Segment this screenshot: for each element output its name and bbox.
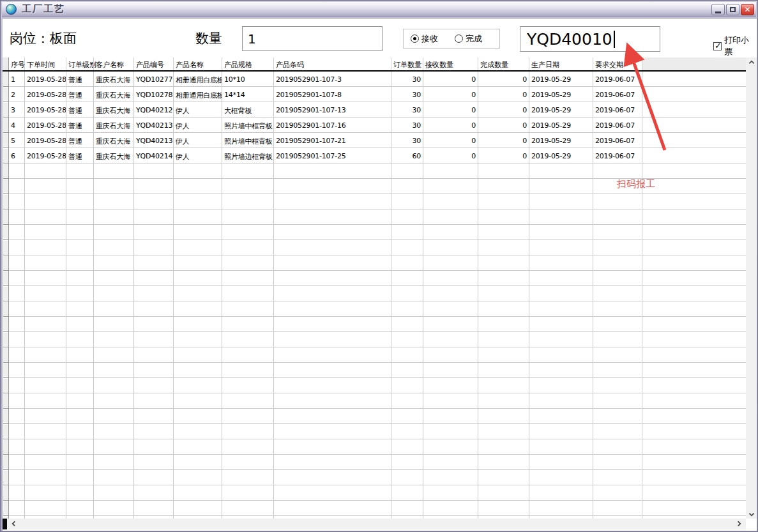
column-header-order_date[interactable]: 下单时间 xyxy=(25,57,66,70)
row-selector-cell[interactable] xyxy=(3,470,9,485)
cell-order_date xyxy=(25,301,66,317)
table-row-empty xyxy=(3,470,746,485)
app-globe-icon xyxy=(6,4,17,15)
row-selector-cell[interactable] xyxy=(3,363,9,378)
column-header-index[interactable]: 序号 xyxy=(9,57,25,70)
row-selector-cell[interactable] xyxy=(3,72,9,87)
column-header-due_date[interactable]: 要求交期 xyxy=(593,57,642,70)
row-selector-cell[interactable] xyxy=(3,347,9,363)
scroll-up-button[interactable] xyxy=(746,57,757,66)
cell-filler xyxy=(642,209,746,225)
cell-product_barcode xyxy=(274,347,391,363)
row-selector-cell[interactable] xyxy=(3,179,9,194)
column-header-product_code[interactable]: 产品编号 xyxy=(134,57,174,70)
scroll-left-button[interactable] xyxy=(8,519,19,528)
cell-order_qty xyxy=(391,225,423,240)
cell-received_qty xyxy=(423,317,478,332)
cell-product_barcode xyxy=(274,439,391,455)
cell-customer xyxy=(94,393,134,409)
maximize-button[interactable] xyxy=(726,4,739,15)
row-selector-cell[interactable] xyxy=(3,102,9,118)
cell-order_date: 2019-05-28 xyxy=(25,118,66,133)
row-selector-cell[interactable] xyxy=(3,240,9,255)
row-selector-cell[interactable] xyxy=(3,118,9,133)
cell-order_level: 普通 xyxy=(66,133,94,148)
row-selector-cell[interactable] xyxy=(3,87,9,102)
row-selector-cell[interactable] xyxy=(3,332,9,347)
table-row[interactable]: 42019-05-28普通重庆石大海YQD40213伊人照片墙中框背板20190… xyxy=(3,118,746,133)
cell-order_level xyxy=(66,393,94,409)
cell-product_code xyxy=(134,209,174,225)
close-button[interactable]: ✕ xyxy=(741,4,754,15)
column-header-production_date[interactable]: 生产日期 xyxy=(529,57,593,70)
cell-customer xyxy=(94,301,134,317)
column-header-order_qty[interactable]: 订单数量 xyxy=(391,57,423,70)
scroll-thumb[interactable] xyxy=(3,519,7,529)
cell-product_name xyxy=(174,209,222,225)
column-header-product_spec[interactable]: 产品规格 xyxy=(222,57,274,70)
cell-order_qty: 30 xyxy=(391,87,423,102)
table-row[interactable]: 12019-05-28普通重庆石大海YQD10277相册通用白底板10*1020… xyxy=(3,72,746,87)
row-selector-cell[interactable] xyxy=(3,378,9,393)
row-selector-cell[interactable] xyxy=(3,455,9,470)
quantity-input[interactable]: 1 xyxy=(242,26,383,51)
cell-completed_qty xyxy=(478,485,529,501)
radio-complete[interactable]: 完成 xyxy=(455,33,482,45)
row-selector-cell[interactable] xyxy=(3,393,9,409)
table-row[interactable]: 62019-05-28普通重庆石大海YQD40214伊人照片墙边框背板20190… xyxy=(3,148,746,163)
cell-product_barcode: 2019052901-107-3 xyxy=(274,72,391,87)
row-selector-cell[interactable] xyxy=(3,501,9,516)
row-selector-cell[interactable] xyxy=(3,255,9,271)
cell-filler xyxy=(642,271,746,286)
column-header-order_level[interactable]: 订单级别 xyxy=(66,57,94,70)
row-selector-cell[interactable] xyxy=(3,271,9,286)
column-header-product_barcode[interactable]: 产品条码 xyxy=(274,57,391,70)
row-selector-cell[interactable] xyxy=(3,424,9,439)
row-selector-cell[interactable] xyxy=(3,409,9,424)
cell-product_name xyxy=(174,194,222,209)
column-header-product_name[interactable]: 产品名称 xyxy=(174,57,222,70)
column-header-completed_qty[interactable]: 完成数量 xyxy=(478,57,529,70)
cell-production_date xyxy=(529,439,593,455)
cell-production_date xyxy=(529,301,593,317)
column-header-received_qty[interactable]: 接收数量 xyxy=(423,57,478,70)
horizontal-scrollbar[interactable] xyxy=(3,519,746,529)
row-selector-cell[interactable] xyxy=(3,286,9,301)
cell-order_qty xyxy=(391,301,423,317)
column-header-customer[interactable]: 客户名称 xyxy=(94,57,134,70)
grid-body[interactable]: 12019-05-28普通重庆石大海YQD10277相册通用白底板10*1020… xyxy=(3,72,746,519)
barcode-input[interactable]: YQD40010 xyxy=(520,26,660,52)
cell-product_code xyxy=(134,286,174,301)
vertical-scrollbar[interactable] xyxy=(746,57,757,519)
minimize-button[interactable] xyxy=(711,4,725,15)
row-selector-cell[interactable] xyxy=(3,209,9,225)
row-selector-cell[interactable] xyxy=(3,148,9,163)
cell-completed_qty xyxy=(478,255,529,271)
cell-order_date: 2019-05-28 xyxy=(25,148,66,163)
row-selector-cell[interactable] xyxy=(3,225,9,240)
cell-product_name: 伊人 xyxy=(174,102,222,118)
cell-order_qty xyxy=(391,378,423,393)
row-selector-cell[interactable] xyxy=(3,485,9,501)
table-row[interactable]: 22019-05-28普通重庆石大海YQD10278相册通用白底板14*1420… xyxy=(3,87,746,102)
radio-receive[interactable]: 接收 xyxy=(411,33,438,45)
title-bar[interactable]: 工厂工艺 ✕ xyxy=(2,2,756,17)
row-selector-cell[interactable] xyxy=(3,301,9,317)
cell-due_date xyxy=(593,225,642,240)
row-selector-cell[interactable] xyxy=(3,133,9,148)
row-selector-cell[interactable] xyxy=(3,317,9,332)
cell-order_date xyxy=(25,424,66,439)
table-row[interactable]: 32019-05-28普通重庆石大海YQD40212伊人大框背板20190529… xyxy=(3,102,746,118)
row-selector-cell[interactable] xyxy=(3,163,9,179)
table-row[interactable]: 52019-05-28普通重庆石大海YQD40213伊人照片墙中框背板20190… xyxy=(3,133,746,148)
cell-order_date xyxy=(25,439,66,455)
scroll-right-button[interactable] xyxy=(734,519,745,528)
row-selector-cell[interactable] xyxy=(3,194,9,209)
scroll-down-button[interactable] xyxy=(746,510,757,519)
cell-order_level: 普通 xyxy=(66,87,94,102)
cell-product_barcode xyxy=(274,163,391,179)
print-receipt-option[interactable]: 打印小票 xyxy=(713,34,757,57)
row-selector-cell[interactable] xyxy=(3,439,9,455)
cell-production_date xyxy=(529,194,593,209)
table-row-empty xyxy=(3,501,746,516)
